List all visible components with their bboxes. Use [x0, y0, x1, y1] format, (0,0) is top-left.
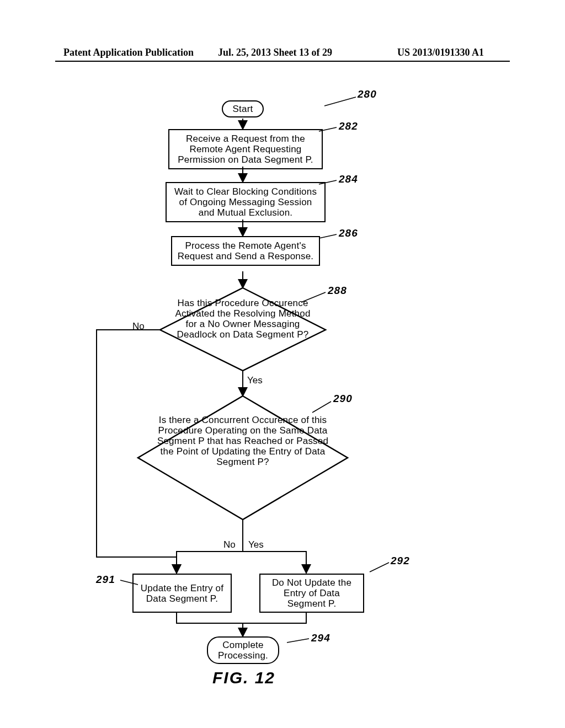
ref-284: 284 — [339, 173, 358, 185]
box-292: Do Not Update the Entry of Data Segment … — [259, 574, 364, 613]
box-291: Update the Entry of Data Segment P. — [132, 574, 232, 613]
edge-290-yes: Yes — [248, 539, 264, 550]
header-right: US 2013/0191330 A1 — [397, 47, 484, 58]
box-284: Wait to Clear Blocking Conditions of Ong… — [166, 182, 326, 222]
edge-288-yes: Yes — [247, 375, 263, 386]
ref-286: 286 — [339, 227, 358, 239]
page: Patent Application Publication Jul. 25, … — [0, 0, 565, 728]
start-terminator: Start — [221, 100, 265, 117]
box-286-text: Process the Remote Agent's Request and S… — [178, 240, 314, 261]
decision-288-text: Has this Procedure Occurence Activated t… — [174, 298, 312, 340]
box-292-text: Do Not Update the Entry of Data Segment … — [265, 577, 359, 609]
box-286: Process the Remote Agent's Request and S… — [171, 236, 320, 266]
ref-282: 282 — [339, 120, 358, 132]
diagram-sheet: Start Receive a Request from the Remote … — [55, 72, 510, 706]
figure-label: FIG. 12 — [212, 668, 275, 687]
decision-290-text: Is there a Concurrent Occurence of this … — [154, 415, 331, 467]
ref-291: 291 — [96, 574, 115, 586]
start-label: Start — [222, 100, 264, 117]
header-mid: Jul. 25, 2013 Sheet 13 of 29 — [218, 47, 332, 58]
ref-280: 280 — [358, 88, 377, 100]
box-291-text: Update the Entry of Data Segment P. — [138, 583, 226, 604]
header-left: Patent Application Publication — [63, 47, 194, 58]
box-282-text: Receive a Request from the Remote Agent … — [178, 133, 313, 165]
box-284-text: Wait to Clear Blocking Conditions of Ong… — [174, 186, 317, 218]
ref-288: 288 — [328, 285, 347, 297]
end-label: Complete Processing. — [207, 636, 279, 664]
ref-292: 292 — [391, 555, 410, 567]
edge-288-no: No — [132, 321, 145, 332]
header-rule — [55, 61, 510, 62]
end-terminator: Complete Processing. — [207, 636, 279, 664]
ref-290: 290 — [333, 393, 353, 405]
edge-290-no: No — [223, 539, 236, 550]
ref-294: 294 — [311, 632, 331, 644]
box-282: Receive a Request from the Remote Agent … — [168, 129, 323, 169]
